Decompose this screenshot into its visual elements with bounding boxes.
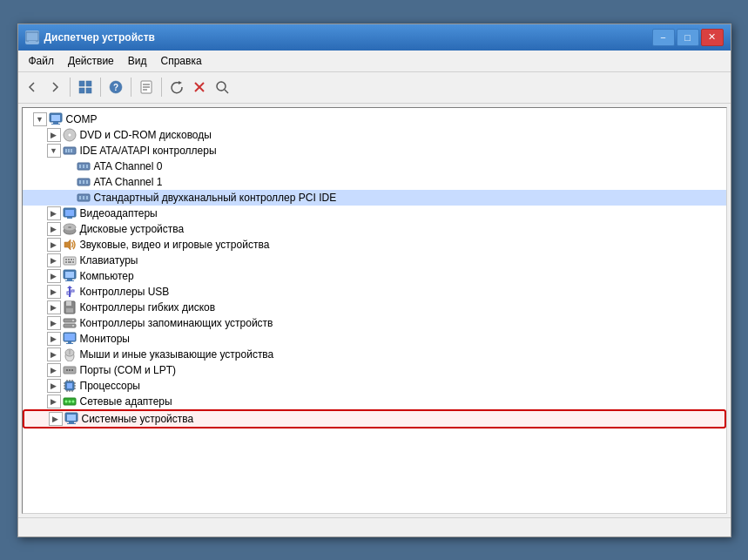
label-ata0: ATA Channel 0 xyxy=(94,160,163,172)
label-usb: Контроллеры USB xyxy=(80,286,170,298)
label-proc: Процессоры xyxy=(80,380,141,392)
toolbar-sep-2 xyxy=(100,78,101,97)
tree-node-mouse[interactable]: ▶ Мыши и иные указывающие устройства xyxy=(23,347,726,362)
icon-pci xyxy=(77,191,91,205)
icon-display xyxy=(63,206,77,220)
update-button[interactable] xyxy=(166,77,187,98)
close-button[interactable]: ✕ xyxy=(701,29,724,46)
window-controls: − □ ✕ xyxy=(652,29,724,46)
tree-node-proc[interactable]: ▶ xyxy=(23,378,726,394)
tree-node-floppy[interactable]: ▶ Контроллеры гибких дисков xyxy=(23,300,726,315)
tree-node-keyboard[interactable]: ▶ Клавиатуры xyxy=(23,253,726,268)
menu-file[interactable]: Файл xyxy=(22,52,62,70)
view-button[interactable] xyxy=(75,77,96,98)
expand-comp[interactable]: ▼ xyxy=(33,112,47,126)
tree-node-ports[interactable]: ▶ Порты (COM и LPT) xyxy=(23,362,726,378)
expand-disk[interactable]: ▶ xyxy=(47,222,61,236)
expand-storage[interactable]: ▶ xyxy=(47,316,61,330)
window-icon xyxy=(25,30,39,44)
tree-view-panel[interactable]: ▼ COMP ▶ xyxy=(22,107,727,514)
svg-point-99 xyxy=(71,400,74,402)
svg-rect-3 xyxy=(79,81,84,86)
label-mouse: Мыши и иные указывающие устройства xyxy=(80,348,274,361)
forward-button[interactable] xyxy=(44,77,65,98)
svg-rect-101 xyxy=(67,415,76,421)
svg-rect-51 xyxy=(73,259,74,260)
label-ata1: ATA Channel 1 xyxy=(94,176,163,188)
svg-rect-72 xyxy=(68,341,71,343)
toolbar-sep-4 xyxy=(161,78,162,97)
tree-node-ata1[interactable]: ATA Channel 1 xyxy=(23,174,726,190)
expand-mouse[interactable]: ▶ xyxy=(47,347,61,361)
label-computer: Компьютер xyxy=(80,270,134,282)
svg-rect-37 xyxy=(79,196,81,199)
svg-rect-65 xyxy=(66,308,73,313)
tree-node-ata0[interactable]: ATA Channel 0 xyxy=(23,159,726,174)
tree-node-display[interactable]: ▶ Видеоадаптеры xyxy=(23,206,726,221)
tree-node-ide[interactable]: ▼ IDE ATA/ATAPI контроллеры xyxy=(23,143,726,159)
toolbar: ? xyxy=(18,72,731,104)
svg-rect-50 xyxy=(71,259,72,260)
label-dvd: DVD и CD-ROM дисководы xyxy=(80,129,212,141)
tree-node-usb[interactable]: ▶ Контроллеры USB xyxy=(23,284,726,300)
expand-keyboard[interactable]: ▶ xyxy=(47,253,61,267)
expand-ide[interactable]: ▼ xyxy=(47,144,61,158)
expand-sound[interactable]: ▶ xyxy=(47,238,61,252)
svg-rect-35 xyxy=(86,180,88,184)
tree-node-dvd[interactable]: ▶ DVD и CD-ROM дисководы xyxy=(23,127,726,143)
back-button[interactable] xyxy=(22,77,43,98)
svg-rect-4 xyxy=(86,81,91,86)
expand-proc[interactable]: ▶ xyxy=(47,379,61,393)
icon-keyboard xyxy=(63,253,77,267)
tree-node-monitor[interactable]: ▶ Мониторы xyxy=(23,331,726,347)
svg-rect-41 xyxy=(65,210,74,216)
icon-sys xyxy=(64,412,78,426)
restore-button[interactable]: □ xyxy=(677,29,699,46)
icon-storage xyxy=(63,316,77,330)
properties-button[interactable] xyxy=(136,77,157,98)
icon-computer xyxy=(49,112,63,126)
tree-node-sys[interactable]: ▶ Системные устройства xyxy=(23,409,726,428)
expand-net[interactable]: ▶ xyxy=(47,395,61,408)
label-pci: Стандартный двухканальный контроллер PCI… xyxy=(94,192,337,204)
tree-node-computer[interactable]: ▶ Компьютер xyxy=(23,268,726,284)
help-button[interactable]: ? xyxy=(105,77,126,98)
expand-floppy[interactable]: ▶ xyxy=(47,300,61,314)
label-ports: Порты (COM и LPT) xyxy=(80,364,177,376)
svg-marker-13 xyxy=(179,81,182,84)
svg-rect-48 xyxy=(65,259,67,260)
expand-dvd[interactable]: ▶ xyxy=(47,128,61,142)
tree-node-comp[interactable]: ▼ COMP xyxy=(23,111,726,127)
label-storage: Контроллеры запоминающих устройств xyxy=(80,317,273,329)
expand-ports[interactable]: ▶ xyxy=(47,363,61,377)
tree-node-disk[interactable]: ▶ Дисковые устройства xyxy=(23,221,726,237)
svg-rect-34 xyxy=(83,180,84,184)
svg-rect-33 xyxy=(79,180,81,184)
label-floppy: Контроллеры гибких дисков xyxy=(80,301,216,314)
expand-sys[interactable]: ▶ xyxy=(49,412,63,426)
expand-monitor[interactable]: ▶ xyxy=(47,332,61,346)
tree-node-pci[interactable]: Стандартный двухканальный контроллер PCI… xyxy=(23,190,726,206)
icon-ide xyxy=(63,144,77,158)
tree-node-storage[interactable]: ▶ Контроллеры запоминающих устройств xyxy=(23,315,726,331)
svg-point-45 xyxy=(68,226,71,228)
expand-usb[interactable]: ▶ xyxy=(47,285,61,299)
uninstall-button[interactable] xyxy=(189,77,210,98)
menu-help[interactable]: Справка xyxy=(154,52,209,70)
icon-net xyxy=(63,395,77,408)
tree-node-net[interactable]: ▶ Сетевые адаптеры xyxy=(23,394,726,409)
scan-button[interactable] xyxy=(212,77,232,98)
menu-action[interactable]: Действие xyxy=(61,52,121,70)
label-sound: Звуковые, видео и игровые устройства xyxy=(80,239,270,251)
expand-computer[interactable]: ▶ xyxy=(47,269,61,283)
minimize-button[interactable]: − xyxy=(652,29,675,46)
svg-line-17 xyxy=(225,90,228,93)
svg-point-68 xyxy=(72,320,74,321)
window-title: Диспетчер устройств xyxy=(44,31,652,44)
svg-rect-56 xyxy=(65,272,74,278)
icon-disk xyxy=(63,222,77,236)
tree-node-sound[interactable]: ▶ Звуковые, видео и игровые устройства xyxy=(23,237,726,253)
svg-rect-25 xyxy=(65,149,67,152)
expand-display[interactable]: ▶ xyxy=(47,206,61,220)
menu-view[interactable]: Вид xyxy=(121,52,154,70)
